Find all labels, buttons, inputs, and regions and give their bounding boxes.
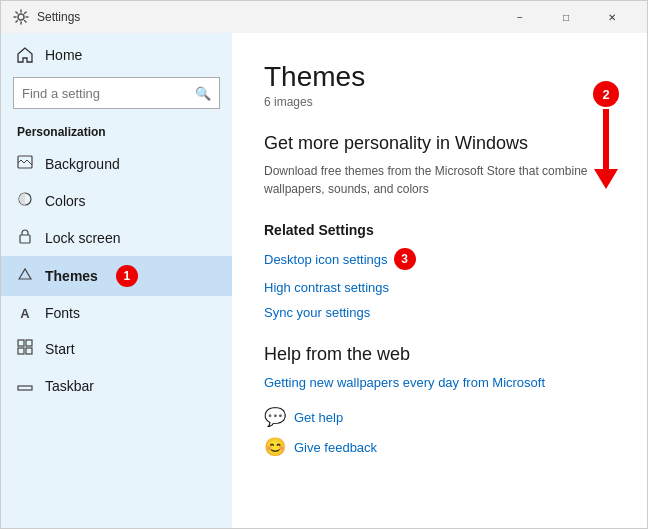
desktop-icon-badge: 3 — [394, 248, 416, 270]
personality-heading: Get more personality in Windows — [264, 133, 615, 154]
svg-rect-4 — [18, 340, 24, 346]
sidebar-item-start[interactable]: Start — [1, 330, 232, 367]
get-help-item[interactable]: 💬 Get help — [264, 406, 615, 428]
svg-rect-3 — [20, 235, 30, 243]
background-label: Background — [45, 156, 120, 172]
lock-icon — [17, 228, 33, 247]
sidebar-item-fonts[interactable]: A Fonts — [1, 296, 232, 330]
svg-rect-7 — [26, 348, 32, 354]
search-icon: 🔍 — [195, 86, 211, 101]
svg-point-0 — [18, 14, 24, 20]
content-area: Home 🔍 Personalization Background Colors — [1, 33, 647, 528]
sync-link[interactable]: Sync your settings — [264, 305, 370, 320]
give-feedback-item[interactable]: 😊 Give feedback — [264, 436, 615, 458]
minimize-button[interactable]: − — [497, 1, 543, 33]
settings-app-icon — [13, 9, 29, 25]
titlebar-controls: − □ ✕ — [497, 1, 635, 33]
related-settings-section: Related Settings Desktop icon settings 3… — [264, 222, 615, 320]
taskbar-icon — [17, 376, 33, 395]
themes-label: Themes — [45, 268, 98, 284]
themes-badge: 1 — [116, 265, 138, 287]
sidebar-item-home[interactable]: Home — [1, 37, 232, 73]
get-help-icon: 💬 — [264, 406, 286, 428]
help-heading: Help from the web — [264, 344, 615, 365]
badge-2: 2 — [593, 81, 619, 107]
start-icon — [17, 339, 33, 358]
titlebar: Settings − □ ✕ — [1, 1, 647, 33]
sidebar: Home 🔍 Personalization Background Colors — [1, 33, 232, 528]
high-contrast-link[interactable]: High contrast settings — [264, 280, 389, 295]
maximize-button[interactable]: □ — [543, 1, 589, 33]
related-heading: Related Settings — [264, 222, 615, 238]
personality-section: Get more personality in Windows Download… — [264, 133, 615, 198]
svg-rect-6 — [18, 348, 24, 354]
lock-screen-label: Lock screen — [45, 230, 120, 246]
annotation-2: 2 — [593, 81, 619, 189]
themes-icon — [17, 267, 33, 286]
personality-desc: Download free themes from the Microsoft … — [264, 162, 615, 198]
help-section: Help from the web Getting new wallpapers… — [264, 344, 615, 458]
get-help-label[interactable]: Get help — [294, 410, 343, 425]
background-icon — [17, 154, 33, 173]
arrow-down-visual — [594, 109, 618, 189]
give-feedback-label[interactable]: Give feedback — [294, 440, 377, 455]
sidebar-item-lock-screen[interactable]: Lock screen — [1, 219, 232, 256]
arrow-head — [594, 169, 618, 189]
close-button[interactable]: ✕ — [589, 1, 635, 33]
main-panel: 2 Themes 6 images Get more personality i… — [232, 33, 647, 528]
colors-icon — [17, 191, 33, 210]
help-actions: 💬 Get help 😊 Give feedback — [264, 406, 615, 458]
help-wallpapers-link[interactable]: Getting new wallpapers every day from Mi… — [264, 375, 615, 390]
sidebar-item-taskbar[interactable]: Taskbar — [1, 367, 232, 404]
fonts-icon: A — [17, 306, 33, 321]
sidebar-item-background[interactable]: Background — [1, 145, 232, 182]
sidebar-item-themes[interactable]: Themes 1 — [1, 256, 232, 296]
sync-link-item[interactable]: Sync your settings — [264, 305, 615, 320]
fonts-label: Fonts — [45, 305, 80, 321]
high-contrast-link-item[interactable]: High contrast settings — [264, 280, 615, 295]
page-subtitle: 6 images — [264, 95, 615, 109]
home-icon — [17, 47, 33, 63]
sidebar-item-colors[interactable]: Colors — [1, 182, 232, 219]
personalization-label: Personalization — [1, 119, 232, 145]
desktop-icon-link-item[interactable]: Desktop icon settings 3 — [264, 248, 615, 270]
search-input[interactable] — [22, 86, 195, 101]
settings-window: Settings − □ ✕ Home 🔍 Personalization — [0, 0, 648, 529]
svg-rect-8 — [18, 386, 32, 390]
page-title: Themes — [264, 61, 615, 93]
desktop-icon-link[interactable]: Desktop icon settings — [264, 252, 388, 267]
titlebar-title: Settings — [37, 10, 80, 24]
home-label: Home — [45, 47, 82, 63]
give-feedback-icon: 😊 — [264, 436, 286, 458]
search-box[interactable]: 🔍 — [13, 77, 220, 109]
svg-rect-5 — [26, 340, 32, 346]
start-label: Start — [45, 341, 75, 357]
colors-label: Colors — [45, 193, 85, 209]
taskbar-label: Taskbar — [45, 378, 94, 394]
arrow-shaft — [603, 109, 609, 169]
titlebar-left: Settings — [13, 9, 80, 25]
